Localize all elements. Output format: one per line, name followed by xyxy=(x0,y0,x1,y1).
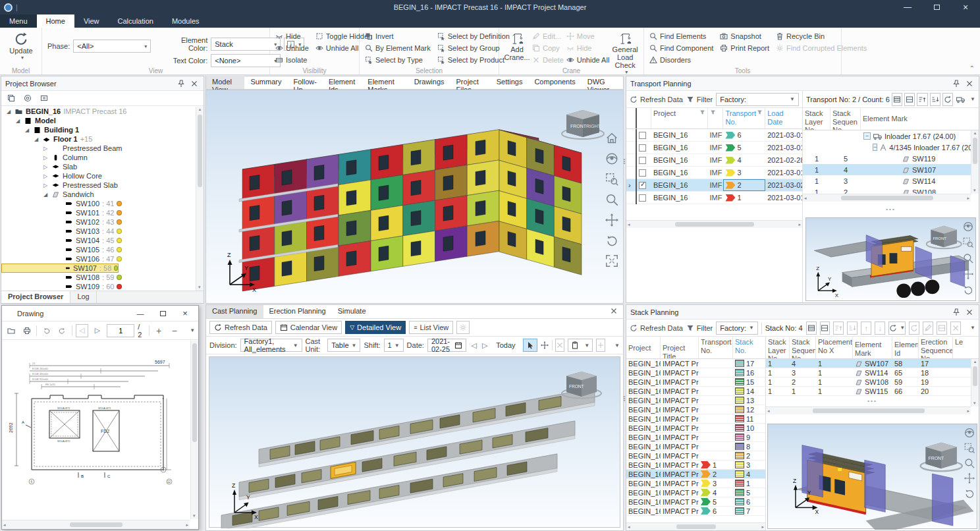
pan-icon[interactable] xyxy=(605,213,619,227)
division-dropdown[interactable]: Factory1, All_elements▼ xyxy=(240,339,302,352)
find-elements-button[interactable]: Find Elements xyxy=(649,30,713,42)
drawing-hscrollbar[interactable]: ◂▸ xyxy=(2,520,190,529)
col-length[interactable]: Le xyxy=(953,337,979,358)
tab-element-ids[interactable]: Element Ids xyxy=(323,76,362,89)
col-project-title[interactable] xyxy=(708,108,724,128)
tab-project-files[interactable]: Project Files xyxy=(450,76,491,89)
layout-rows2-icon[interactable] xyxy=(904,93,915,106)
crane-unhide-all-button[interactable]: Unhide All xyxy=(566,54,610,66)
tree-node-hollow-core[interactable]: ▷Hollow Core xyxy=(1,171,195,181)
today-button[interactable]: Today xyxy=(492,339,519,352)
sort-asc-icon[interactable] xyxy=(917,93,927,106)
col-stack-no[interactable]: Stack No. xyxy=(733,337,765,358)
cast-3d-viewport[interactable]: FRONT Z X Y xyxy=(209,356,620,528)
calendar-view-button[interactable]: Calendar View xyxy=(275,321,342,334)
layout-rows2-icon[interactable] xyxy=(820,321,830,335)
find-component-button[interactable]: Find Component xyxy=(649,42,713,54)
list-view-button[interactable]: ≡List View xyxy=(409,321,453,334)
zoom-icon[interactable] xyxy=(605,192,619,207)
maximize-button[interactable] xyxy=(922,0,951,14)
move-tool-icon[interactable] xyxy=(541,339,549,352)
row-checkbox[interactable] xyxy=(639,144,646,152)
col-element-id[interactable]: Elemen Id xyxy=(894,341,919,357)
tree-element-sw103[interactable]: SW103: 44 xyxy=(1,227,195,236)
crane-hide-button[interactable]: Hide xyxy=(566,42,610,54)
truck-tree-node[interactable]: −Inloader 17.67 (24.00) xyxy=(803,130,971,142)
select-by-type-button[interactable]: Select by Type xyxy=(365,54,431,66)
rotate-icon[interactable] xyxy=(605,233,619,248)
col-load-date[interactable]: Load Date xyxy=(765,108,802,128)
stack-row[interactable]: BEGIN_16IMPACT Prec16 xyxy=(626,368,765,377)
row-checkbox[interactable] xyxy=(639,182,646,189)
tab-summary[interactable]: Summary xyxy=(244,76,287,89)
tab-calculation[interactable]: Calculation xyxy=(109,14,163,28)
tab-modules[interactable]: Modules xyxy=(163,14,209,28)
tree-node-prestressed-beam[interactable]: ▷Prestressed Beam xyxy=(1,144,195,153)
splitter[interactable]: ••• xyxy=(803,207,979,212)
reload-icon[interactable] xyxy=(942,93,953,106)
stack-factory-dropdown[interactable]: Factory:▼ xyxy=(716,321,758,335)
frame-tree-node[interactable]: −4/1345 Inloader 17.67 (20.00) xyxy=(803,142,971,153)
tree-node-floor[interactable]: ◢Floor 1+15 xyxy=(1,134,195,144)
browser-layers-icon[interactable] xyxy=(5,92,18,105)
tab-model-view[interactable]: Model View xyxy=(206,76,244,89)
close-button[interactable]: × xyxy=(951,0,980,14)
zoom-window-icon[interactable] xyxy=(964,442,975,454)
tab-components[interactable]: Components xyxy=(528,76,581,89)
stack-row[interactable]: BEGIN_16IMPACT Prec11 xyxy=(626,414,765,424)
pan-icon[interactable] xyxy=(964,472,975,484)
orbit-icon[interactable] xyxy=(964,427,975,439)
col-project[interactable]: Project xyxy=(628,344,651,352)
move-up-icon[interactable]: ↑ xyxy=(861,321,871,335)
load-vscrollbar[interactable]: ▴▾ xyxy=(971,130,979,194)
transport-row[interactable]: BEGIN_16 IMF 4 2021-02-28 2 xyxy=(626,154,802,167)
zoom-window-icon[interactable] xyxy=(962,237,974,248)
add-icon[interactable] xyxy=(596,339,605,352)
transport-row[interactable]: BEGIN_16 IMF 1 2021-03-01 2 xyxy=(626,192,802,204)
snapshot-button[interactable]: Snapshot xyxy=(720,30,769,42)
ribbon-collapse-button[interactable]: ⌃ xyxy=(969,65,975,72)
stack-detail-hscrollbar[interactable]: ◂▸ xyxy=(766,406,971,414)
pan-icon[interactable] xyxy=(962,268,974,280)
tree-node-model[interactable]: ◢Model xyxy=(1,116,195,125)
stack-detail-row[interactable]: 121SW1085919 xyxy=(766,377,971,387)
rotate-cw-icon[interactable] xyxy=(56,324,68,337)
stack-row[interactable]: BEGIN_16IMPACT Prec17 xyxy=(626,359,765,368)
col-transport-no[interactable]: Transport No. xyxy=(723,108,765,128)
rotate-icon[interactable] xyxy=(962,284,974,296)
truck-3d-viewport[interactable]: FRONT Z X Y xyxy=(805,217,976,301)
splitter-vertical[interactable]: ••• xyxy=(623,158,626,164)
col-transport-no[interactable]: Transport No. xyxy=(699,337,733,358)
tree-node-project[interactable]: ◢BEGIN_16IMPACT Precast 16 xyxy=(1,107,195,116)
orbit-icon[interactable] xyxy=(962,221,974,233)
print-report-button[interactable]: Print Report xyxy=(720,42,769,54)
prev-page-icon[interactable]: ◁ xyxy=(76,324,88,337)
unhide-button[interactable]: Unhide xyxy=(275,42,309,54)
stack-row[interactable]: BEGIN_16IMPACT Prec13 xyxy=(626,396,765,405)
tree-element-sw104[interactable]: SW104: 45 xyxy=(1,236,195,245)
browser-vscrollbar[interactable]: ▴▾ xyxy=(196,107,204,291)
toolbar-overflow[interactable]: ▼ xyxy=(190,327,195,333)
browser-settings-icon[interactable] xyxy=(38,92,51,105)
new-stack-icon[interactable] xyxy=(937,321,947,335)
transport-row[interactable]: BEGIN_16 IMF 3 2021-03-01 2 xyxy=(626,167,802,179)
col-stack-seq[interactable]: Stack Sequen No. xyxy=(830,108,861,130)
close-icon[interactable] xyxy=(609,306,619,316)
delete-icon[interactable] xyxy=(950,321,961,335)
load-row[interactable]: 1 3 SW114 xyxy=(803,175,971,186)
sort-asc-icon[interactable] xyxy=(833,321,844,335)
tab-drawings[interactable]: Drawings xyxy=(408,76,450,89)
reload-icon[interactable] xyxy=(909,321,919,335)
move-down-icon[interactable]: ↓ xyxy=(875,321,885,335)
stack-row[interactable]: BEGIN_16IMPACT Prec12 xyxy=(626,405,765,414)
rotate-ccw-icon[interactable] xyxy=(40,324,53,337)
orbit-icon[interactable] xyxy=(605,152,619,166)
tree-element-sw109[interactable]: SW109: 60 xyxy=(1,282,195,291)
auto-stack-icon[interactable]: ▼ xyxy=(888,321,906,335)
disorders-button[interactable]: Disorders xyxy=(649,54,713,66)
crane-edit-button[interactable]: Edit... xyxy=(532,30,564,42)
stack-row[interactable]: BEGIN_16IMPACT Prec13 xyxy=(626,461,765,470)
add-crane-button[interactable]: Add Crane... xyxy=(504,30,530,66)
bottom-tab-log[interactable]: Log xyxy=(70,291,96,303)
tab-view[interactable]: View xyxy=(74,14,109,28)
